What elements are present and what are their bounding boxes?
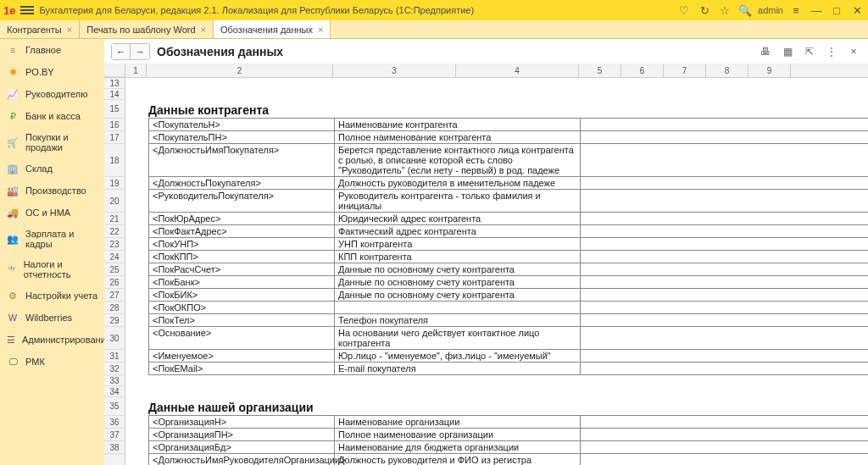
desc-cell[interactable]: Данные по основному счету контрагента: [335, 276, 581, 288]
row-number[interactable]: 36: [104, 416, 125, 429]
col-header[interactable]: 3: [333, 64, 456, 77]
sidebar-item[interactable]: ≡Главное: [0, 39, 104, 61]
tab[interactable]: Печать по шаблону Word×: [80, 20, 214, 38]
desc-cell[interactable]: Должность руководителя в именительном па…: [335, 177, 581, 189]
row-number[interactable]: 25: [104, 263, 125, 276]
col-header[interactable]: 9: [748, 64, 791, 77]
star-icon[interactable]: ☆: [717, 3, 732, 18]
table-row[interactable]: <ПокБанк>Данные по основному счету контр…: [148, 275, 868, 289]
search-icon[interactable]: 🔍: [737, 3, 753, 18]
tag-cell[interactable]: <ПокЕMail>: [148, 363, 335, 374]
tag-cell[interactable]: <ПокФактАдрес>: [148, 225, 335, 237]
sidebar-item[interactable]: 🖵РМК: [0, 351, 104, 373]
tab-close-icon[interactable]: ×: [201, 25, 206, 35]
tag-cell[interactable]: <ОрганизацияПН>: [148, 429, 335, 440]
table-row[interactable]: <ПокОКПО>: [148, 301, 868, 314]
col-header[interactable]: 7: [664, 64, 706, 77]
table-row[interactable]: <ПокУНП>УНП контрагента: [148, 237, 868, 251]
col-header[interactable]: 5: [579, 64, 621, 77]
sidebar-item[interactable]: 🏭Производство: [0, 180, 104, 202]
row-number[interactable]: 17: [104, 131, 125, 144]
tab-close-icon[interactable]: ×: [318, 25, 323, 35]
calc-icon[interactable]: ▦: [780, 44, 795, 59]
row-number[interactable]: 13: [104, 78, 125, 89]
close-icon[interactable]: ✕: [849, 3, 865, 18]
tag-cell[interactable]: <ПокТел>: [148, 314, 335, 326]
close-tab-icon[interactable]: ×: [846, 44, 861, 59]
desc-cell[interactable]: Юридический адрес контрагента: [335, 213, 581, 224]
tab-close-icon[interactable]: ×: [67, 25, 72, 35]
desc-cell[interactable]: Фактический адрес контрагента: [335, 225, 581, 237]
tag-cell[interactable]: <ДолжностьИмяРуководителяОрганизации>: [148, 454, 335, 465]
tag-cell[interactable]: <ДолжностьПокупателя>: [148, 177, 335, 189]
print-icon[interactable]: 🖶: [758, 44, 773, 59]
desc-cell[interactable]: Наименование для бюджета организации: [335, 441, 581, 453]
sidebar-item[interactable]: 📈Руководителю: [0, 83, 104, 105]
maximize-icon[interactable]: □: [829, 3, 844, 18]
row-number[interactable]: 34: [104, 386, 125, 397]
tag-cell[interactable]: <ОрганизацияН>: [148, 416, 335, 428]
table-row[interactable]: <ПокТел>Телефон покупателя: [148, 313, 868, 327]
row-number[interactable]: 24: [104, 251, 125, 263]
row-number[interactable]: 30: [104, 327, 125, 350]
desc-cell[interactable]: E-mail покупателя: [335, 363, 581, 374]
history-icon[interactable]: ↻: [697, 3, 712, 18]
user-label[interactable]: admin: [758, 5, 783, 15]
row-number[interactable]: 27: [104, 289, 125, 302]
desc-cell[interactable]: Наименование контрагента: [335, 119, 581, 130]
desc-cell[interactable]: На основании чего действует контактное л…: [335, 327, 581, 349]
table-row[interactable]: <ОрганизацияПН>Полное наименование орган…: [148, 428, 868, 441]
tag-cell[interactable]: <ПокОКПО>: [148, 302, 335, 313]
forward-button[interactable]: →: [131, 44, 149, 59]
tag-cell[interactable]: <ПокКПП>: [148, 251, 335, 263]
row-number[interactable]: 22: [104, 225, 125, 238]
table-row[interactable]: <Основание>На основании чего действует к…: [148, 326, 868, 350]
desc-cell[interactable]: УНП контрагента: [335, 238, 581, 250]
export-icon[interactable]: ⇱: [802, 44, 817, 59]
col-header[interactable]: 4: [456, 64, 579, 77]
col-header[interactable]: 1: [125, 64, 147, 77]
tag-cell[interactable]: <ПокРасчСчет>: [148, 263, 335, 275]
minimize-icon[interactable]: —: [809, 3, 824, 18]
row-number[interactable]: 37: [104, 429, 125, 441]
table-row[interactable]: <ПокупательН>Наименование контрагента: [148, 118, 868, 131]
table-row[interactable]: <ПокЮрАдрес>Юридический адрес контрагент…: [148, 212, 868, 225]
sidebar-item[interactable]: ✱PO.BY: [0, 61, 104, 83]
desc-cell[interactable]: [335, 302, 581, 313]
tag-cell[interactable]: <ПокупательПН>: [148, 131, 335, 143]
col-header[interactable]: 8: [706, 64, 748, 77]
back-button[interactable]: ←: [112, 44, 131, 59]
row-number[interactable]: 31: [104, 350, 125, 363]
desc-cell[interactable]: Должность руководителя и ФИО из регистра…: [335, 454, 581, 465]
tab[interactable]: Обозначения данных×: [214, 20, 331, 38]
table-row[interactable]: <ДолжностьИмяРуководителяОрганизации>Дол…: [148, 453, 868, 465]
row-number[interactable]: 38: [104, 441, 125, 454]
row-number[interactable]: 29: [104, 314, 125, 327]
row-number[interactable]: 19: [104, 177, 125, 190]
desc-cell[interactable]: Наименование организации: [335, 416, 581, 428]
desc-cell[interactable]: Данные по основному счету контрагента: [335, 289, 581, 301]
row-number[interactable]: 20: [104, 190, 125, 213]
sidebar-item[interactable]: 🚚ОС и НМА: [0, 202, 104, 224]
row-number[interactable]: 16: [104, 119, 125, 131]
col-header[interactable]: 2: [147, 64, 333, 77]
table-row[interactable]: <ОрганизацияБд>Наименование для бюджета …: [148, 440, 868, 454]
table-row[interactable]: <ДолжностьИмяПокупателя>Берется представ…: [148, 143, 868, 177]
sidebar-item[interactable]: 🏢Склад: [0, 158, 104, 180]
tab[interactable]: Контрагенты×: [0, 20, 80, 38]
tag-cell[interactable]: <Основание>: [148, 327, 335, 349]
row-number[interactable]: 33: [104, 375, 125, 386]
tag-cell[interactable]: <ПокБанк>: [148, 276, 335, 288]
table-row[interactable]: <ПокРасчСчет>Данные по основному счету к…: [148, 263, 868, 276]
row-number[interactable]: 28: [104, 302, 125, 314]
row-number[interactable]: 39: [104, 454, 125, 465]
row-number[interactable]: 14: [104, 89, 125, 100]
table-row[interactable]: <ОрганизацияН>Наименование организации: [148, 415, 868, 429]
table-row[interactable]: <ПокКПП>КПП контрагента: [148, 250, 868, 263]
desc-cell[interactable]: Полное наименование контрагента: [335, 131, 581, 143]
tag-cell[interactable]: <Именуемое>: [148, 350, 335, 362]
spreadsheet[interactable]: 123456789 131415Данные контрагента16<Пок…: [104, 64, 868, 465]
sidebar-item[interactable]: ☰Администрирование: [0, 329, 104, 351]
tag-cell[interactable]: <ПокЮрАдрес>: [148, 213, 335, 224]
tag-cell[interactable]: <ДолжностьИмяПокупателя>: [148, 144, 335, 176]
